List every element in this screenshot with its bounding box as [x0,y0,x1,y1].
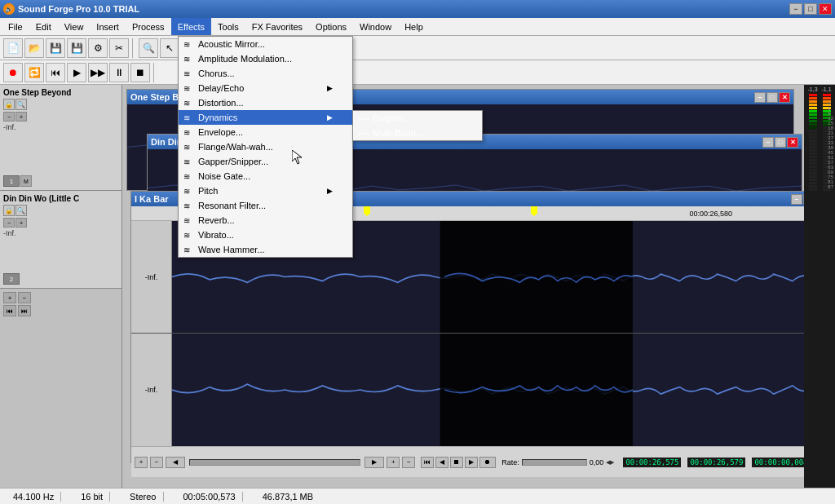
vu-seg-off [809,159,817,161]
add-track-btn[interactable]: + [3,292,16,303]
tb-cursor[interactable]: ↖ [160,38,179,58]
vu-seg-off [809,182,817,184]
menu-vibrato[interactable]: ≋ Vibrato... [179,228,352,242]
pause-btn[interactable]: ⏸ [109,63,129,82]
track1-plus[interactable]: + [15,112,27,122]
menu-gapper[interactable]: ≋ Gapper/Snipper... [179,154,352,169]
menu-window[interactable]: Window [353,18,398,35]
win2-close[interactable]: ✕ [787,137,798,148]
w3-zm[interactable]: − [402,457,415,468]
w3-scrollbar[interactable] [189,459,360,466]
w3-tb-stop[interactable]: ⏹ [450,457,463,468]
w3-scroll[interactable]: ◀ [166,457,185,468]
menu-pitch[interactable]: ≋ Pitch ▶ [179,183,352,198]
menu-delay-echo[interactable]: ≋ Delay/Echo ▶ [179,81,352,95]
vu-header: -1,3 -1,1 [804,85,835,92]
win3-min[interactable]: − [791,194,802,205]
menu-multiband[interactable]: ⟺ Multi-Band... [353,126,482,140]
track1-mute[interactable]: M [20,175,32,187]
win1-close[interactable]: ✕ [779,92,790,103]
transport-bar: ⏺ 🔁 ⏮ ▶ ▶▶ ⏸ ⏹ [0,60,835,85]
prev-btn[interactable]: ⏮ [46,63,65,82]
ch2-label: -Inf. [131,334,172,446]
w3-tb-prev[interactable]: ⏮ [421,457,434,468]
track2-lock[interactable]: 🔒 [3,205,15,216]
menu-help[interactable]: Help [398,18,430,35]
effects-menu[interactable]: ≋ Acoustic Mirror... ≋ Amplitude Modulat… [178,36,353,258]
menu-effects[interactable]: Effects [171,18,211,35]
minimize-button[interactable]: − [789,3,802,15]
ch1-inf: -Inf. [145,273,158,281]
window2-controls: − □ ✕ [762,137,798,148]
menu-flange[interactable]: ≋ Flange/Wah-wah... [179,139,352,154]
tb-scissors[interactable]: ✂ [109,38,129,58]
acoustic-label: Acoustic Mirror... [198,39,265,49]
track2-zoom[interactable]: 🔍 [15,205,27,216]
w3-tb-rew[interactable]: ◀ [435,457,448,468]
win1-max[interactable]: □ [767,92,778,103]
menu-wavehammer[interactable]: ≋ Wave Hammer... [179,242,352,257]
w3-scrollr[interactable]: ▶ [364,457,384,468]
vu-seg-off [809,179,817,181]
track2-minus[interactable]: − [3,218,15,228]
next-track-btn[interactable]: ⏭ [18,305,31,316]
menu-noisegate[interactable]: ≋ Noise Gate... [179,169,352,183]
menu-distortion[interactable]: ≋ Distortion... [179,95,352,110]
vu-seg [809,97,817,99]
win2-max[interactable]: □ [775,137,786,148]
status-channels: Stereo [123,492,163,502]
menu-acoustic-mirror[interactable]: ≋ Acoustic Mirror... [179,37,352,51]
app-icon: 🔊 [3,3,15,15]
play2-btn[interactable]: ▶▶ [88,63,108,82]
record-btn[interactable]: ⏺ [3,63,23,82]
track1-zoom[interactable]: 🔍 [15,99,27,110]
rate-value: 0,00 [590,458,604,466]
win2-min[interactable]: − [762,137,774,148]
status-duration: 00:05:00,573 [177,492,243,502]
close-button[interactable]: ✕ [819,3,832,15]
menu-fxfavorites[interactable]: FX Favorites [245,18,309,35]
menu-graphic[interactable]: ⟺ Graphic... [353,111,482,126]
remove-track-btn[interactable]: − [18,292,31,303]
amplitude-label: Amplitude Modulation... [198,54,292,64]
tb-tb1[interactable]: ⚙ [88,38,108,58]
menu-chorus[interactable]: ≋ Chorus... [179,66,352,81]
w3-tb-rec[interactable]: ⏺ [479,457,496,468]
dynamics-submenu[interactable]: ⟺ Graphic... ⟺ Multi-Band... [352,110,483,141]
w3-zp[interactable]: + [387,457,400,468]
track2-plus[interactable]: + [15,218,27,228]
menu-reverb[interactable]: ≋ Reverb... [179,213,352,228]
prev-track-btn[interactable]: ⏮ [3,305,16,316]
loop-btn[interactable]: 🔁 [24,63,44,82]
tb-new[interactable]: 📄 [3,38,23,58]
menu-view[interactable]: View [58,18,91,35]
w3-add[interactable]: + [135,457,148,468]
vu-seg-off [809,175,817,178]
tb-zoom[interactable]: 🔍 [139,38,158,58]
rate-slider[interactable] [522,459,587,466]
play-btn[interactable]: ▶ [67,63,86,82]
menu-file[interactable]: File [2,18,29,35]
vu-seg-off [809,139,817,142]
menu-tools[interactable]: Tools [211,18,245,35]
menu-process[interactable]: Process [126,18,171,35]
menu-insert[interactable]: Insert [90,18,126,35]
tb-open[interactable]: 📂 [24,38,44,58]
win1-min[interactable]: − [754,92,766,103]
menu-dynamics[interactable]: ≋ Dynamics ▶ ⟺ Graphic... ⟺ Multi-Band..… [179,110,352,125]
tb-save2[interactable]: 💾 [67,38,86,58]
w3-tb-play[interactable]: ▶ [465,457,478,468]
tb-save[interactable]: 💾 [46,38,65,58]
w3-arrow: ◀▶ [606,459,614,466]
maximize-button[interactable]: □ [804,3,817,15]
track1-lock[interactable]: 🔒 [3,99,15,110]
menu-amplitude-mod[interactable]: ≋ Amplitude Modulation... [179,51,352,66]
menu-resonant[interactable]: ≋ Resonant Filter... [179,198,352,213]
vu-seg [809,113,817,116]
stop-btn[interactable]: ⏹ [130,63,150,82]
track1-minus[interactable]: − [3,112,15,122]
menu-options[interactable]: Options [309,18,353,35]
menu-envelope[interactable]: ≋ Envelope... [179,125,352,139]
w3-minus[interactable]: − [150,457,163,468]
menu-edit[interactable]: Edit [29,18,58,35]
